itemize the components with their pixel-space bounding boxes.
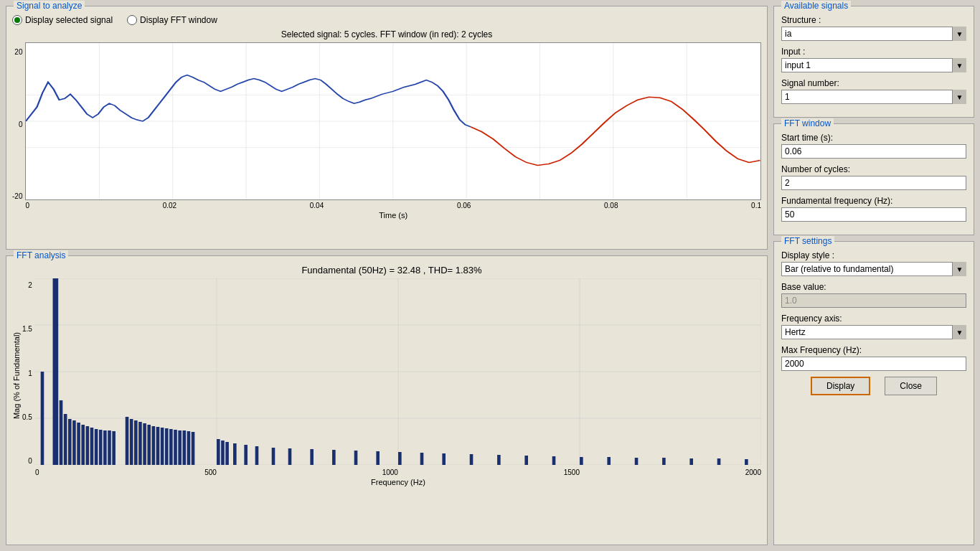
input-label: Input : [781, 47, 966, 57]
signal-chart-wrapper: 0 0.02 0.04 0.06 0.08 0.1 Time (s) [25, 42, 761, 220]
signal-number-field: Signal number: 1 ▼ [781, 78, 966, 104]
base-value-label: Base value: [781, 282, 966, 292]
svg-rect-29 [85, 426, 89, 465]
svg-rect-21 [41, 372, 44, 465]
input-select[interactable]: input 1 [781, 58, 966, 72]
fund-freq-label: Fundamental frequency (Hz): [781, 196, 966, 206]
svg-rect-37 [130, 419, 133, 465]
fund-freq-field: Fundamental frequency (Hz): 50 [781, 196, 966, 222]
fft-chart-row: Mag (% of Fundamental) Fundamental (50Hz… [12, 265, 761, 486]
num-cycles-field: Number of cycles: 2 [781, 164, 966, 190]
svg-rect-71 [580, 457, 583, 465]
display-button[interactable]: Display [811, 377, 870, 395]
start-time-input[interactable]: 0.06 [781, 144, 966, 159]
max-freq-label: Max Frequency (Hz): [781, 345, 966, 355]
input-field: Input : input 1 ▼ [781, 47, 966, 72]
svg-rect-40 [143, 423, 146, 465]
svg-rect-69 [524, 456, 528, 465]
svg-rect-51 [192, 432, 195, 465]
svg-rect-35 [112, 431, 116, 465]
display-style-select[interactable]: Bar (relative to fundamental) [781, 262, 966, 276]
svg-rect-44 [161, 428, 164, 465]
close-button[interactable]: Close [885, 377, 937, 395]
svg-rect-60 [310, 449, 314, 465]
fund-freq-input[interactable]: 50 [781, 207, 966, 222]
structure-field: Structure : ia ▼ [781, 15, 966, 41]
fft-chart-title: Fundamental (50Hz) = 32.48 , THD= 1.83% [22, 265, 761, 276]
signal-number-select-wrapper: 1 ▼ [781, 90, 966, 104]
svg-rect-72 [607, 457, 611, 465]
fft-settings-title: FFT settings [781, 236, 834, 246]
max-freq-input[interactable]: 2000 [781, 357, 966, 371]
signal-number-label: Signal number: [781, 78, 966, 88]
svg-rect-39 [138, 422, 142, 465]
svg-rect-59 [288, 448, 292, 465]
svg-rect-38 [134, 420, 138, 465]
svg-rect-77 [745, 459, 748, 465]
svg-rect-28 [81, 425, 85, 465]
svg-rect-64 [398, 452, 402, 465]
freq-axis-select[interactable]: Hertz [781, 325, 966, 339]
freq-axis-select-wrapper: Hertz ▼ [781, 325, 966, 339]
signal-panel-title: Signal to analyze [14, 1, 85, 11]
svg-rect-42 [151, 426, 155, 465]
svg-rect-63 [376, 451, 380, 465]
svg-rect-26 [72, 420, 76, 465]
num-cycles-input[interactable]: 2 [781, 176, 966, 190]
svg-rect-48 [178, 430, 182, 465]
structure-select-wrapper: ia ▼ [781, 27, 966, 41]
display-selected-signal-radio[interactable]: Display selected signal [12, 15, 113, 25]
signal-x-labels: 0 0.02 0.04 0.06 0.08 0.1 [25, 200, 761, 211]
display-style-select-wrapper: Bar (relative to fundamental) ▼ [781, 262, 966, 276]
svg-rect-45 [165, 428, 169, 465]
svg-rect-41 [147, 425, 151, 465]
fft-chart-wrapper: 0 500 1000 1500 2000 Frequency (Hz) [35, 278, 761, 486]
fft-window-title: FFT window [781, 118, 834, 128]
svg-rect-62 [354, 451, 358, 465]
signal-svg [25, 42, 761, 200]
svg-rect-25 [68, 419, 72, 465]
svg-rect-36 [126, 417, 129, 465]
structure-select[interactable]: ia [781, 27, 966, 41]
fft-panel: FFT analysis Mag (% of Fundamental) Fund… [6, 255, 768, 545]
svg-rect-70 [552, 456, 556, 465]
radio-group: Display selected signal Display FFT wind… [12, 15, 761, 25]
display-style-field: Display style : Bar (relative to fundame… [781, 250, 966, 276]
fft-x-labels: 0 500 1000 1500 2000 [35, 467, 761, 478]
svg-rect-49 [182, 430, 186, 465]
svg-rect-74 [662, 458, 666, 465]
svg-rect-56 [244, 445, 248, 465]
svg-rect-46 [169, 429, 173, 465]
base-value-input[interactable]: 1.0 [781, 293, 966, 308]
radio-circle-2 [127, 15, 137, 25]
svg-rect-31 [95, 429, 98, 465]
fft-y-axis-title: Mag (% of Fundamental) [12, 332, 21, 419]
button-row: Display Close [781, 377, 966, 395]
svg-rect-76 [717, 458, 721, 465]
structure-label: Structure : [781, 15, 966, 25]
sidebar: Available signals Structure : ia ▼ Input… [773, 6, 974, 545]
fft-x-axis-title: Frequency (Hz) [35, 478, 761, 486]
radio-label-1: Display selected signal [25, 15, 113, 25]
svg-rect-50 [187, 431, 191, 465]
svg-rect-73 [635, 458, 639, 465]
radio-circle-1 [12, 15, 22, 25]
signal-panel: Signal to analyze Display selected signa… [6, 6, 768, 250]
signal-number-select[interactable]: 1 [781, 90, 966, 104]
fft-inner: Fundamental (50Hz) = 32.48 , THD= 1.83% … [22, 265, 761, 486]
svg-rect-23 [60, 400, 63, 465]
svg-rect-52 [217, 439, 220, 465]
num-cycles-label: Number of cycles: [781, 164, 966, 174]
svg-rect-57 [255, 446, 259, 465]
svg-rect-33 [103, 430, 107, 465]
svg-rect-61 [332, 450, 336, 465]
start-time-field: Start time (s): 0.06 [781, 133, 966, 159]
start-time-label: Start time (s): [781, 133, 966, 143]
svg-rect-55 [233, 443, 237, 465]
svg-rect-54 [225, 442, 229, 465]
signal-chart-container: 20 0 -20 [12, 42, 761, 220]
display-style-label: Display style : [781, 250, 966, 260]
max-freq-field: Max Frequency (Hz): 2000 [781, 345, 966, 371]
fft-svg [35, 278, 761, 465]
display-fft-window-radio[interactable]: Display FFT window [127, 15, 217, 25]
